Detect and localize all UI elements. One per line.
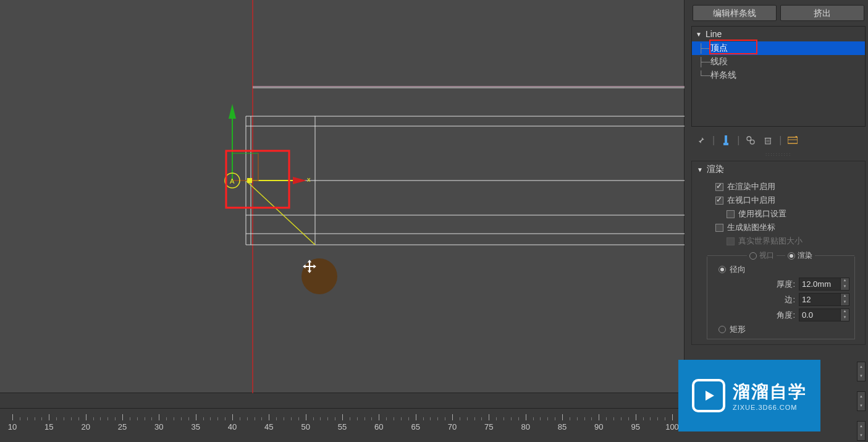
sides-input[interactable]	[799, 293, 841, 306]
viewport[interactable]: A x	[0, 0, 685, 393]
collapse-triangle-icon[interactable]: ▼	[696, 31, 702, 38]
sides-label: 边:	[785, 294, 795, 305]
timeline-minor-tick	[174, 417, 174, 420]
spinner-buttons[interactable]: ▲▼	[857, 362, 866, 381]
timeline-minor-tick	[665, 417, 665, 420]
timeline-tick	[306, 414, 306, 420]
spinner-buttons[interactable]: ▲▼	[841, 308, 849, 321]
watermark-title: 溜溜自学	[733, 380, 807, 404]
timeline-minor-tick	[313, 417, 314, 420]
gizmo-y-arrow[interactable]	[229, 104, 236, 119]
checkbox-icon	[715, 224, 723, 232]
timeline-minor-tick	[335, 417, 335, 420]
sides-field: 边: ▲▼	[712, 292, 849, 307]
timeline-tick	[672, 414, 673, 420]
rollout-title: 渲染	[707, 164, 724, 175]
real-world-size-checkbox: 真实世界贴图大小	[698, 234, 859, 248]
subobject-spline[interactable]: └─ 样条线	[692, 69, 865, 82]
subobject-segment[interactable]: ├─ 线段	[692, 55, 865, 69]
timeline-minor-tick	[210, 417, 211, 420]
subobject-vertex[interactable]: ├─ 顶点	[692, 41, 865, 55]
timeline-label: 45	[264, 422, 273, 431]
selected-vertex[interactable]	[247, 178, 252, 183]
timeline-minor-tick	[298, 417, 299, 420]
enable-in-viewport-checkbox[interactable]: 在视口中启用	[698, 193, 859, 207]
timeline-label: 85	[558, 422, 567, 431]
separator: |	[737, 135, 739, 146]
timeline[interactable]: 101520253035404550556065707580859095100	[0, 408, 685, 436]
timeline-minor-tick	[78, 417, 79, 420]
timeline-minor-tick	[20, 417, 20, 420]
timeline-minor-tick	[130, 417, 130, 420]
spinner-buttons[interactable]: ▲▼	[841, 278, 849, 291]
timeline-minor-tick	[467, 417, 468, 420]
angle-label: 角度:	[777, 310, 795, 321]
checkbox-icon	[727, 237, 735, 245]
tree-branch-icon: ├─	[698, 57, 710, 67]
timeline-label: 50	[301, 422, 310, 431]
radio-label: 矩形	[730, 324, 746, 335]
radio-icon	[718, 326, 726, 333]
timeline-label: 10	[8, 422, 17, 431]
separator: |	[779, 135, 782, 146]
timeline-minor-tick	[423, 417, 424, 420]
render-radio[interactable]	[788, 252, 795, 260]
timeline-minor-tick	[394, 417, 394, 420]
timeline-minor-tick	[437, 417, 438, 420]
rectangular-radio[interactable]: 矩形	[712, 323, 849, 336]
spinner-buttons[interactable]: ▲▼	[841, 293, 849, 306]
checkbox-label: 在渲染中启用	[727, 181, 775, 192]
checkbox-icon	[715, 197, 723, 205]
timeline-minor-tick	[584, 417, 585, 420]
subobject-label: 线段	[710, 56, 728, 67]
render-rollout-header[interactable]: ▼ 渲染	[692, 161, 865, 177]
checkbox-label: 生成贴图坐标	[727, 222, 775, 233]
viewport-radio-label: 视口	[759, 250, 774, 261]
make-unique-icon[interactable]	[744, 134, 757, 147]
timeline-minor-tick	[540, 417, 541, 420]
timeline-minor-tick	[27, 417, 28, 420]
angle-input[interactable]	[799, 308, 841, 321]
extrude-button[interactable]: 挤出	[780, 5, 864, 21]
timeline-minor-tick	[261, 417, 262, 420]
timeline-minor-tick	[255, 417, 255, 420]
spinner-buttons[interactable]: ▲▼	[857, 391, 866, 411]
timeline-minor-tick	[460, 417, 460, 420]
viewport-radio[interactable]	[749, 252, 757, 260]
timeline-tick	[122, 414, 123, 420]
timeline-tick	[86, 414, 86, 420]
generate-mapping-checkbox[interactable]: 生成贴图坐标	[698, 221, 859, 234]
spinner-buttons[interactable]: ▲▼	[857, 421, 866, 441]
show-end-result-icon[interactable]	[720, 134, 732, 147]
gizmo-plane[interactable]	[232, 153, 258, 181]
timeline-minor-tick	[64, 417, 64, 420]
modifier-stack[interactable]: ▼ Line ├─ 顶点 ├─ 线段 └─ 样条线	[691, 26, 866, 127]
pin-stack-icon[interactable]	[695, 134, 707, 147]
configure-modifier-sets-icon[interactable]	[786, 134, 799, 147]
move-cursor-icon	[301, 258, 337, 294]
timeline-label: 35	[191, 422, 200, 431]
use-viewport-settings-checkbox[interactable]: 使用视口设置	[698, 207, 859, 221]
enable-in-render-checkbox[interactable]: 在渲染中启用	[698, 180, 859, 193]
edit-spline-button[interactable]: 编辑样条线	[693, 5, 777, 21]
radial-radio[interactable]: 径向	[712, 263, 849, 276]
modifier-stack-toolbar: | | |	[689, 130, 868, 150]
remove-modifier-icon[interactable]	[762, 134, 774, 147]
modifier-stack-root[interactable]: ▼ Line	[692, 27, 865, 41]
svg-marker-12	[706, 391, 714, 401]
timeline-minor-tick	[386, 417, 387, 420]
timeline-minor-tick	[591, 417, 592, 420]
panel-drag-handle[interactable]: ::::::::::	[689, 150, 868, 158]
timeline-minor-tick	[518, 417, 519, 420]
watermark-logo: 溜溜自学 ZIXUE.3D66.COM	[678, 360, 820, 431]
subobject-label: 顶点	[710, 43, 728, 54]
collapse-triangle-icon[interactable]: ▼	[697, 166, 703, 173]
timeline-tick	[562, 414, 563, 420]
thickness-input[interactable]	[799, 278, 841, 291]
timeline-tick	[599, 414, 599, 420]
timeline-minor-tick	[533, 417, 534, 420]
timeline-label: 25	[118, 422, 127, 431]
timeline-minor-tick	[291, 417, 292, 420]
gizmo-x-arrow[interactable]	[293, 177, 306, 184]
timeline-label: 80	[521, 422, 529, 431]
